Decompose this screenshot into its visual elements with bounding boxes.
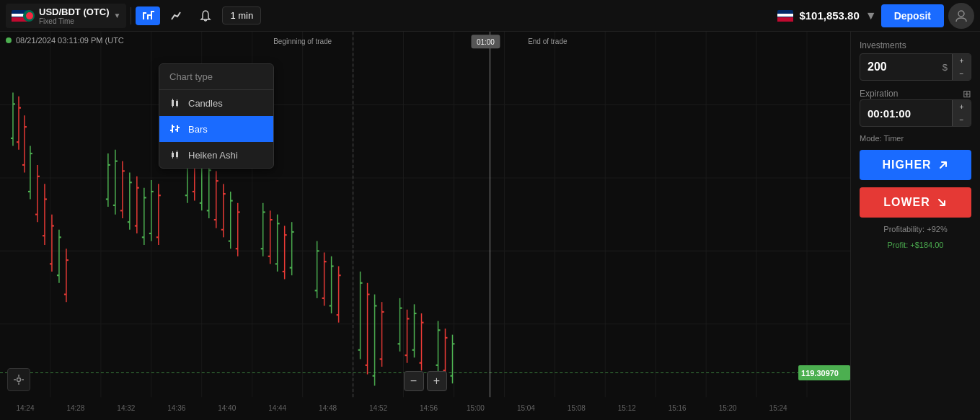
expiration-increase-button[interactable]: +	[952, 100, 971, 113]
svg-text:15:24: 15:24	[769, 404, 787, 412]
chart-settings-button[interactable]	[7, 368, 30, 391]
chart-area: 08/21/2024 03:11:09 PM (UTC Chart type C…	[0, 32, 850, 420]
svg-rect-8	[147, 14, 151, 16]
investment-value: 200	[860, 56, 938, 78]
svg-text:End of trade: End of trade	[528, 37, 568, 45]
expiration-value: 00:01:00	[860, 103, 952, 124]
bdt-flag-icon	[23, 10, 35, 22]
svg-text:15:08: 15:08	[568, 404, 586, 412]
svg-text:119.30970: 119.30970	[801, 368, 839, 377]
separator-1	[131, 7, 131, 24]
chart-type-dropdown: Chart type Candles	[159, 63, 274, 169]
svg-rect-12	[777, 14, 793, 17]
svg-point-4	[26, 12, 33, 19]
chart-type-candles[interactable]: Candles	[159, 90, 273, 116]
svg-text:14:24: 14:24	[16, 404, 34, 412]
investments-label: Investments	[860, 40, 971, 50]
svg-text:14:32: 14:32	[117, 404, 135, 412]
expiration-label: Expiration	[860, 89, 963, 99]
chart-type-bars[interactable]: Bars	[159, 116, 273, 142]
expiration-decrease-button[interactable]: −	[952, 113, 971, 126]
pair-selector[interactable]: USD/BDT (OTC) Fixed Time ▼	[6, 4, 126, 28]
us-flag-balance-icon	[777, 10, 793, 22]
higher-button[interactable]: HIGHER	[860, 150, 971, 180]
svg-text:15:16: 15:16	[668, 404, 687, 412]
svg-rect-10	[151, 11, 154, 12]
investment-row: 200 $ + −	[860, 53, 971, 81]
investments-section: Investments 200 $ + −	[860, 40, 971, 81]
svg-text:15:20: 15:20	[719, 404, 737, 412]
svg-rect-27	[172, 153, 174, 157]
balance-area: $101,853.80 ▼	[777, 9, 876, 22]
svg-text:Beginning of trade: Beginning of trade	[273, 37, 332, 45]
pair-info: USD/BDT (OTC) Fixed Time	[39, 6, 110, 25]
svg-rect-15	[172, 100, 174, 106]
deposit-button[interactable]: Deposit	[881, 4, 944, 27]
svg-text:15:00: 15:00	[467, 404, 485, 412]
investment-currency: $	[938, 58, 952, 77]
dropdown-title: Chart type	[159, 64, 273, 90]
settings-icon	[13, 374, 25, 385]
bars-chart-btn[interactable]	[136, 6, 160, 25]
svg-text:14:44: 14:44	[268, 404, 286, 412]
svg-text:14:36: 14:36	[167, 404, 185, 412]
right-panel: Investments 200 $ + − Expiration ⊞ 00:01…	[850, 32, 980, 420]
svg-rect-30	[176, 152, 178, 157]
lower-button[interactable]: LOWER	[860, 187, 971, 218]
chevron-down-icon: ▼	[114, 12, 121, 19]
investment-increase-button[interactable]: +	[952, 54, 971, 67]
chart-info-bar: 08/21/2024 03:11:09 PM (UTC	[6, 36, 124, 45]
balance-chevron-icon[interactable]: ▼	[865, 9, 877, 22]
chart-type-heiken[interactable]: Heiken Ashi	[159, 142, 273, 168]
svg-text:14:48: 14:48	[319, 404, 337, 412]
live-dot	[6, 37, 12, 43]
expiration-time-row: 00:01:00 + −	[860, 99, 971, 127]
user-avatar-button[interactable]	[948, 3, 974, 29]
zoom-controls: − +	[404, 371, 447, 391]
topbar: USD/BDT (OTC) Fixed Time ▼ 1 min	[0, 0, 980, 32]
zoom-out-button[interactable]: −	[404, 371, 424, 391]
svg-rect-13	[777, 17, 793, 22]
profitability-row: Profitability: +92%	[860, 225, 971, 233]
svg-text:01:00: 01:00	[477, 38, 495, 46]
bars-label: Bars	[188, 124, 208, 135]
arrow-lower-right-icon	[936, 197, 948, 208]
profit-row: Profit: +$184.00	[860, 241, 971, 249]
svg-text:14:40: 14:40	[218, 404, 236, 412]
svg-point-14	[958, 11, 964, 17]
svg-text:15:04: 15:04	[517, 404, 535, 412]
mode-label: Mode: Timer	[860, 134, 971, 143]
investment-decrease-button[interactable]: −	[952, 67, 971, 80]
timeframe-button[interactable]: 1 min	[222, 6, 261, 24]
arrow-upper-right-icon	[937, 159, 949, 171]
bars-menu-icon	[169, 123, 181, 135]
main-area: 08/21/2024 03:11:09 PM (UTC Chart type C…	[0, 32, 980, 420]
higher-label: HIGHER	[882, 158, 931, 171]
svg-point-213	[17, 378, 21, 382]
alert-btn[interactable]	[193, 6, 218, 25]
bars-icon	[141, 9, 154, 22]
expiration-header-row: Expiration ⊞	[860, 88, 971, 99]
pair-sub: Fixed Time	[39, 17, 110, 25]
candles-label: Candles	[188, 98, 223, 109]
svg-text:14:56: 14:56	[420, 404, 438, 412]
svg-rect-18	[176, 101, 178, 106]
candles-icon	[169, 97, 181, 109]
svg-text:15:12: 15:12	[618, 404, 636, 412]
expiration-stepper: + −	[952, 100, 971, 126]
pair-flags	[12, 10, 35, 22]
svg-text:14:28: 14:28	[66, 404, 84, 412]
svg-rect-6	[143, 12, 146, 14]
line-chart-btn[interactable]	[164, 6, 189, 25]
heiken-icon	[169, 149, 181, 161]
lower-label: LOWER	[883, 196, 930, 209]
zoom-in-button[interactable]: +	[427, 371, 447, 391]
line-chart-icon	[170, 9, 183, 22]
bell-icon	[199, 9, 212, 22]
calendar-icon[interactable]: ⊞	[963, 88, 971, 99]
balance-amount: $101,853.80	[799, 9, 859, 22]
pair-name: USD/BDT (OTC)	[39, 6, 110, 17]
investment-stepper: + −	[952, 54, 971, 80]
chart-datetime: 08/21/2024 03:11:09 PM (UTC	[16, 36, 124, 45]
chart-svg: 119.30970 Beginning of trade End of trad…	[0, 32, 850, 420]
